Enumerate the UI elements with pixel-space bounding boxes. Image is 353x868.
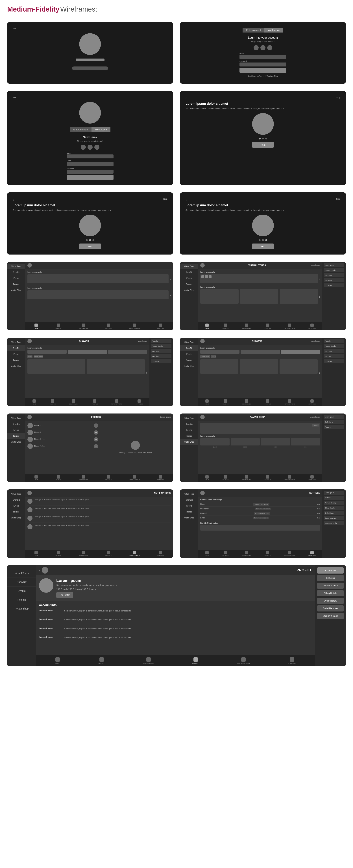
nav-search-8[interactable]: SEARCH: [222, 323, 228, 329]
nav-downloads-10[interactable]: DOWNLOADS: [242, 399, 251, 405]
sidebar-profile-vt[interactable]: Virtual Tours: [7, 569, 36, 578]
next-btn-3[interactable]: Next: [252, 244, 274, 249]
sidebar-item-ev-13[interactable]: Events: [7, 503, 25, 509]
sidebar-item-ev-12[interactable]: Events: [180, 427, 198, 433]
nav-settings-8[interactable]: SETTINGS: [309, 323, 316, 329]
rp-item-14-7[interactable]: Security & Login: [324, 521, 344, 525]
nav-notif-10[interactable]: NOTIFICATIONS: [284, 399, 295, 405]
panel-btn-statistics[interactable]: Statistics: [317, 575, 344, 581]
rp-item-14-4[interactable]: Billing Details: [324, 506, 344, 510]
rp-item-9-2[interactable]: Popular Details: [151, 344, 171, 348]
sidebar-item-vt-8[interactable]: Virtual Tours: [180, 264, 198, 269]
rp-item-8-3[interactable]: Top Rated: [324, 273, 344, 277]
profile-nav-search[interactable]: SEARCH: [98, 657, 105, 664]
login-button[interactable]: [240, 68, 286, 73]
register-link[interactable]: Don't have an Account? Register Now!: [240, 75, 286, 77]
header-link-10[interactable]: Lorem Ipsum: [310, 340, 320, 342]
sidebar-profile-fr[interactable]: Friends: [7, 595, 36, 604]
nav-profile-8[interactable]: PROFILE: [264, 323, 271, 329]
friend-add-3[interactable]: +: [94, 437, 98, 441]
nav-profile-7[interactable]: PROFILE: [105, 323, 111, 329]
sidebar-item-vt-10[interactable]: Virtual Tours: [180, 339, 198, 345]
nav-search-12[interactable]: SEARCH: [222, 475, 228, 481]
rp-item-8-4[interactable]: Top Place: [324, 278, 344, 282]
nav-settings-13[interactable]: SETTINGS: [157, 551, 164, 557]
sidebar-item-vt-14[interactable]: Virtual Tours: [180, 491, 198, 497]
rp-item-10-4[interactable]: Top Place: [324, 354, 344, 358]
nav-settings-9[interactable]: SETTINGS: [136, 399, 143, 405]
next-btn-1[interactable]: Next: [252, 142, 274, 148]
nav-search-10[interactable]: SEARCH: [222, 399, 228, 405]
nav-downloads-7[interactable]: DOWNLOADS: [79, 323, 88, 329]
rp-item-10-1[interactable]: Agenda: [324, 339, 344, 343]
nav-downloads-9[interactable]: DOWNLOADS: [69, 399, 78, 405]
rp-item-9-4[interactable]: Top Place: [151, 354, 171, 358]
nav-profile-10[interactable]: PROFILE: [264, 399, 271, 405]
nav-settings-12[interactable]: SETTINGS: [309, 475, 316, 481]
reg-name-input[interactable]: [67, 154, 113, 158]
rp-item-12-2[interactable]: Collections: [324, 420, 344, 424]
filter-btn-10-2[interactable]: [241, 350, 280, 354]
sidebar-item-events-7[interactable]: Events: [7, 276, 25, 281]
nav-notif-8[interactable]: NOTIFICATIONS: [284, 323, 295, 329]
profile-back-arrow[interactable]: ‹: [39, 568, 40, 572]
back-arrow-2[interactable]: ‹: [13, 198, 14, 202]
nav-notif-13[interactable]: NOTIFICATIONS: [129, 551, 140, 557]
sidebar-item-ev-9[interactable]: Events: [7, 351, 25, 357]
sidebar-item-as-11[interactable]: Avatar Shop: [7, 439, 25, 445]
nav-notif-14[interactable]: NOTIFICATIONS: [284, 551, 295, 557]
nav-notif-9[interactable]: NOTIFICATIONS: [111, 399, 122, 405]
sidebar-item-friends-7[interactable]: Friends: [7, 281, 25, 287]
sidebar-item-sb-12[interactable]: ShowBiz: [180, 421, 198, 427]
tab-ent-reg[interactable]: Entertainment: [70, 127, 92, 132]
rp-item-14-3[interactable]: Privacy Settings: [324, 501, 344, 505]
panel-btn-order-history[interactable]: Order History: [317, 598, 344, 604]
tab-ws-reg[interactable]: Workspace: [92, 127, 110, 132]
nav-home-9[interactable]: HOME: [32, 399, 36, 405]
nav-search-7[interactable]: SEARCH: [56, 323, 61, 329]
sidebar-item-ev-14[interactable]: Events: [180, 503, 198, 509]
filter-btn-10-1[interactable]: [200, 350, 240, 354]
rp-item-10-5[interactable]: Upcoming: [324, 359, 344, 363]
nav-downloads-14[interactable]: DOWNLOADS: [242, 551, 251, 557]
sidebar-item-vt-13[interactable]: Virtual Tours: [7, 491, 25, 497]
edit-profile-button[interactable]: Edit Profile: [56, 592, 73, 598]
nav-home-12[interactable]: HOME: [205, 475, 209, 481]
sidebar-item-sb-8[interactable]: ShowBiz: [180, 270, 198, 275]
nav-search-14[interactable]: SEARCH: [222, 551, 228, 557]
nav-settings-14[interactable]: SETTINGS: [309, 551, 316, 557]
rp-item-8-1[interactable]: Lorem Ipsum: [324, 263, 344, 267]
panel-btn-billing-details[interactable]: Billing Details: [317, 590, 344, 596]
rp-item-14-6[interactable]: Social Networks: [324, 516, 344, 520]
friend-add-1[interactable]: +: [94, 424, 98, 428]
sidebar-item-as-8[interactable]: Avatar Shop: [180, 287, 198, 293]
reg-social-1[interactable]: [81, 145, 86, 150]
nav-profile-14[interactable]: PROFILE: [264, 551, 271, 557]
panel-btn-social-networks[interactable]: Social Networks: [317, 605, 344, 612]
nav-notif-12[interactable]: NOTIFICATIONS: [284, 475, 295, 481]
filter-btn-10-3[interactable]: [281, 350, 320, 354]
nav-home-8[interactable]: HOME: [205, 323, 209, 329]
rp-item-8-5[interactable]: Upcoming: [324, 283, 344, 287]
rp-item-14-2[interactable]: Statistics: [324, 496, 344, 500]
sidebar-item-fr-10[interactable]: Friends: [180, 357, 198, 363]
rp-item-9-1[interactable]: Agenda: [151, 339, 171, 343]
header-link-12[interactable]: Lorem Ipsum: [310, 416, 320, 418]
nav-downloads-8[interactable]: DOWNLOADS: [242, 323, 251, 329]
avatar-item-2[interactable]: [231, 438, 260, 445]
sidebar-item-vt-12[interactable]: Virtual Tours: [180, 415, 198, 421]
name-input[interactable]: [240, 55, 286, 59]
nav-notif-11[interactable]: NOTIFICATIONS: [129, 475, 140, 481]
sidebar-item-vt-11[interactable]: Virtual Tours: [7, 415, 25, 421]
nav-profile-9[interactable]: PROFILE: [92, 399, 98, 405]
friend-add-2[interactable]: +: [94, 430, 98, 435]
sidebar-item-as-10[interactable]: Avatar Shop: [180, 363, 198, 369]
reg-social-2[interactable]: [87, 145, 93, 150]
profile-nav-settings[interactable]: SETTINGS: [288, 657, 296, 664]
social-icon-3[interactable]: [267, 45, 272, 50]
nav-settings-7[interactable]: SETTINGS: [157, 323, 164, 329]
rp-item-10-3[interactable]: Top Rated: [324, 349, 344, 353]
rp-item-10-2[interactable]: Popular Details: [324, 344, 344, 348]
profile-nav-notif[interactable]: NOTIFICATIONS: [237, 657, 250, 664]
reg-email-input[interactable]: [67, 162, 113, 166]
